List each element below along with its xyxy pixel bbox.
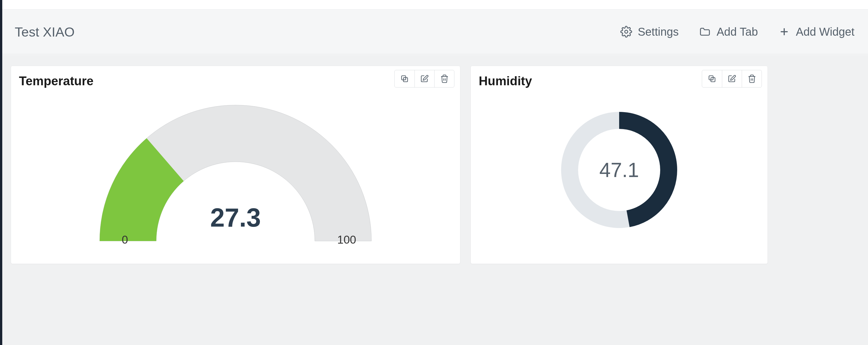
- edit-button[interactable]: [722, 70, 742, 87]
- svg-point-0: [624, 30, 628, 33]
- sidebar-strip: [0, 0, 2, 345]
- donut-value: 47.1: [599, 159, 639, 181]
- duplicate-button[interactable]: [395, 70, 414, 87]
- add-tab-label: Add Tab: [717, 26, 758, 38]
- dashboard-header: Test XIAO Settings Add Tab Add Widget: [2, 10, 868, 54]
- header-actions: Settings Add Tab Add Widget: [620, 26, 855, 38]
- settings-label: Settings: [638, 26, 679, 38]
- widget-temperature: Temperature 27.3: [11, 66, 460, 264]
- topbar: [2, 0, 868, 10]
- delete-button[interactable]: [434, 70, 454, 87]
- edit-button[interactable]: [414, 70, 434, 87]
- dashboard-title: Test XIAO: [15, 24, 620, 40]
- widget-humidity: Humidity 47.1: [470, 66, 768, 264]
- plus-icon: [778, 26, 790, 38]
- gauge-max-label: 100: [337, 233, 356, 246]
- duplicate-button[interactable]: [702, 70, 722, 87]
- trash-icon: [747, 74, 756, 83]
- widget-title: Humidity: [479, 74, 532, 88]
- donut-chart: 47.1: [558, 109, 680, 231]
- add-widget-label: Add Widget: [796, 26, 855, 38]
- add-tab-button[interactable]: Add Tab: [699, 26, 758, 38]
- widget-toolbar: [702, 70, 762, 88]
- copy-icon: [400, 74, 409, 83]
- edit-icon: [420, 74, 429, 83]
- folder-icon: [699, 26, 711, 38]
- add-widget-button[interactable]: Add Widget: [778, 26, 855, 38]
- settings-button[interactable]: Settings: [620, 26, 679, 38]
- widget-toolbar: [394, 70, 454, 88]
- delete-button[interactable]: [742, 70, 762, 87]
- copy-icon: [708, 74, 717, 83]
- edit-icon: [727, 74, 737, 83]
- gauge-value: 27.3: [210, 203, 261, 233]
- gear-icon: [620, 26, 632, 38]
- widget-title: Temperature: [19, 74, 93, 88]
- gauge-min-label: 0: [122, 233, 128, 246]
- gauge-chart: 27.3 0 100: [98, 102, 373, 244]
- trash-icon: [440, 74, 449, 83]
- dashboard-content: Temperature 27.3: [2, 55, 868, 345]
